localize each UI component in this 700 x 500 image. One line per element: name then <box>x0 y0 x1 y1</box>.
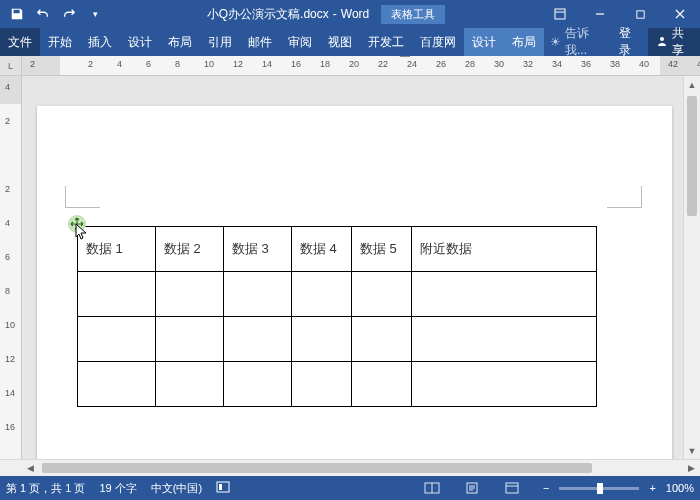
zoom-in-button[interactable]: + <box>645 482 659 494</box>
save-button[interactable] <box>6 3 28 25</box>
tell-me-placeholder: 告诉我... <box>565 25 605 59</box>
window-controls <box>540 0 700 28</box>
ruler-tick: 26 <box>436 59 446 69</box>
close-button[interactable] <box>660 0 700 28</box>
maximize-button[interactable] <box>620 0 660 28</box>
margin-corner-right <box>607 186 642 208</box>
tab-references[interactable]: 引用 <box>200 28 240 56</box>
print-layout-button[interactable] <box>459 479 485 497</box>
ruler-tick: 28 <box>465 59 475 69</box>
ruler-row: L ⊟ 224681012141618202224262830323436384… <box>0 56 700 76</box>
vertical-ruler[interactable]: 42246810121416 <box>0 76 22 459</box>
minimize-button[interactable] <box>580 0 620 28</box>
table-cell[interactable]: 附近数据 <box>412 227 597 272</box>
ruler-tick: 38 <box>610 59 620 69</box>
tell-me-input[interactable]: ☀ 告诉我... <box>544 28 611 56</box>
title-bar: ▾ 小Q办公演示文稿.docx - Word 表格工具 <box>0 0 700 28</box>
web-layout-button[interactable] <box>499 479 525 497</box>
vertical-scrollbar[interactable]: ▲ ▼ <box>683 76 700 459</box>
app-name: Word <box>341 7 369 21</box>
ruler-tick: 10 <box>204 59 214 69</box>
ruler-tick: 2 <box>5 116 10 126</box>
contextual-tool-label: 表格工具 <box>381 5 445 24</box>
document-area: 42246810121416 数据 1 数据 2 数据 3 数据 4 数据 5 … <box>0 76 700 459</box>
zoom-level[interactable]: 100% <box>666 482 694 494</box>
table-cell[interactable]: 数据 1 <box>78 227 156 272</box>
table-row <box>78 362 597 407</box>
ruler-tick: 32 <box>523 59 533 69</box>
ruler-tick: 16 <box>291 59 301 69</box>
svg-point-2 <box>660 37 664 41</box>
document-name: 小Q办公演示文稿.docx <box>207 6 329 23</box>
svg-rect-4 <box>219 484 222 490</box>
share-button[interactable]: 共享 <box>648 28 700 56</box>
table-cell[interactable]: 数据 5 <box>352 227 412 272</box>
zoom-control: − + 100% <box>539 482 694 494</box>
scroll-right-arrow-icon[interactable]: ▶ <box>683 460 700 476</box>
word-count[interactable]: 19 个字 <box>99 481 136 496</box>
page-indicator[interactable]: 第 1 页，共 1 页 <box>6 481 85 496</box>
scroll-left-arrow-icon[interactable]: ◀ <box>22 460 39 476</box>
vertical-scroll-thumb[interactable] <box>687 96 697 216</box>
tab-design[interactable]: 设计 <box>120 28 160 56</box>
tab-baidu[interactable]: 百度网 <box>412 28 464 56</box>
zoom-slider-knob[interactable] <box>597 483 603 494</box>
horizontal-scroll-thumb[interactable] <box>42 463 592 473</box>
macro-icon[interactable] <box>216 481 230 495</box>
ruler-tick: 14 <box>5 388 15 398</box>
zoom-out-button[interactable]: − <box>539 482 553 494</box>
lightbulb-icon: ☀ <box>550 35 561 49</box>
tab-view[interactable]: 视图 <box>320 28 360 56</box>
tab-file[interactable]: 文件 <box>0 28 40 56</box>
document-canvas[interactable]: 数据 1 数据 2 数据 3 数据 4 数据 5 附近数据 ▲ ▼ <box>22 76 700 459</box>
login-button[interactable]: 登录 <box>611 28 649 56</box>
tab-table-design[interactable]: 设计 <box>464 28 504 56</box>
svg-rect-0 <box>555 9 565 19</box>
document-table[interactable]: 数据 1 数据 2 数据 3 数据 4 数据 5 附近数据 <box>77 226 597 407</box>
ruler-tick: 16 <box>5 422 15 432</box>
ruler-corner[interactable]: L <box>0 56 22 75</box>
tab-layout[interactable]: 布局 <box>160 28 200 56</box>
ruler-tick: 18 <box>320 59 330 69</box>
tab-developer[interactable]: 开发工 <box>360 28 412 56</box>
ruler-tick: 6 <box>5 252 10 262</box>
tab-insert[interactable]: 插入 <box>80 28 120 56</box>
table-cell[interactable]: 数据 4 <box>292 227 352 272</box>
quick-access-toolbar: ▾ <box>0 0 112 28</box>
tab-table-layout[interactable]: 布局 <box>504 28 544 56</box>
tab-mailings[interactable]: 邮件 <box>240 28 280 56</box>
table-move-handle[interactable] <box>68 215 86 233</box>
language-indicator[interactable]: 中文(中国) <box>151 481 202 496</box>
scroll-down-arrow-icon[interactable]: ▼ <box>684 442 700 459</box>
ruler-tick: 2 <box>5 184 10 194</box>
ruler-tick: 30 <box>494 59 504 69</box>
ruler-tick: 12 <box>5 354 15 364</box>
ruler-tick: 24 <box>407 59 417 69</box>
ruler-tick: 4 <box>5 82 10 92</box>
ruler-tick: 12 <box>233 59 243 69</box>
tab-home[interactable]: 开始 <box>40 28 80 56</box>
table-cell[interactable]: 数据 3 <box>224 227 292 272</box>
undo-button[interactable] <box>32 3 54 25</box>
ruler-tick: 8 <box>175 59 180 69</box>
column-break-handle[interactable]: ⊟ <box>400 56 410 57</box>
redo-button[interactable] <box>58 3 80 25</box>
window-title: 小Q办公演示文稿.docx - Word 表格工具 <box>112 5 540 24</box>
ribbon-options-button[interactable] <box>540 0 580 28</box>
ruler-tick: 34 <box>552 59 562 69</box>
table-cell[interactable]: 数据 2 <box>156 227 224 272</box>
scroll-up-arrow-icon[interactable]: ▲ <box>684 76 700 93</box>
zoom-slider[interactable] <box>559 487 639 490</box>
qat-customize-button[interactable]: ▾ <box>84 3 106 25</box>
horizontal-ruler[interactable]: ⊟ 22468101214161820222426283032343638404… <box>22 56 700 75</box>
horizontal-scrollbar[interactable]: ◀ ▶ <box>0 459 700 476</box>
table-row: 数据 1 数据 2 数据 3 数据 4 数据 5 附近数据 <box>78 227 597 272</box>
read-mode-button[interactable] <box>419 479 445 497</box>
ruler-tick: 20 <box>349 59 359 69</box>
tab-review[interactable]: 审阅 <box>280 28 320 56</box>
page[interactable]: 数据 1 数据 2 数据 3 数据 4 数据 5 附近数据 <box>37 106 672 459</box>
table-row <box>78 272 597 317</box>
ruler-tick: 14 <box>262 59 272 69</box>
svg-rect-3 <box>217 482 229 492</box>
ruler-tick: 2 <box>88 59 93 69</box>
